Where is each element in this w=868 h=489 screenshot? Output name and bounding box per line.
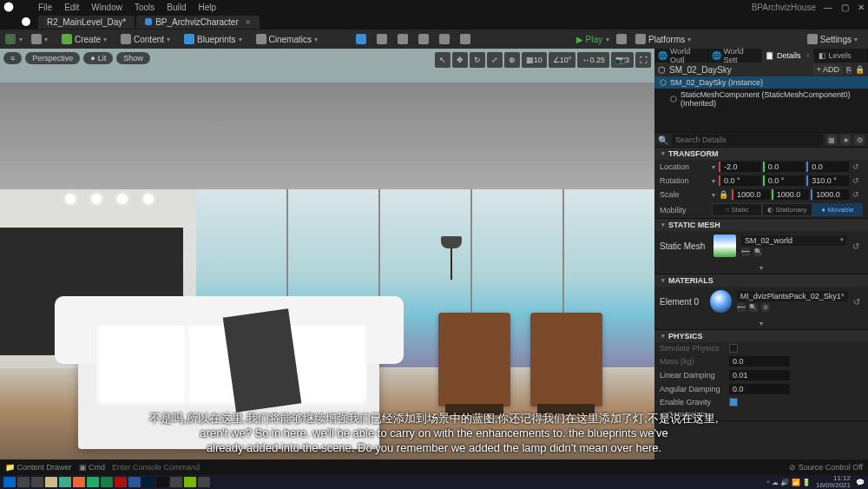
grid-snap[interactable]: ▦ 10 (522, 52, 547, 68)
search-icon[interactable] (17, 477, 30, 487)
browse-icon[interactable]: 🔍 (753, 248, 762, 256)
tab-blueprint[interactable]: BP_ArchvizCharacter× (136, 16, 259, 29)
rotation-z[interactable]: 310.0 ° (806, 175, 849, 186)
viewport-show[interactable]: Show (116, 52, 150, 64)
scale-y[interactable]: 1000.0 (772, 189, 810, 200)
grid-view-icon[interactable]: ▦ (826, 135, 837, 145)
tray-icons[interactable]: ^ ☁ 🔊 📶 🔋 (766, 479, 811, 486)
use-icon[interactable]: ⟵ (741, 248, 750, 256)
landscape-icon[interactable] (377, 34, 387, 44)
component-static-mesh[interactable]: ⬡StaticMeshComponent (StaticMeshComponen… (654, 89, 868, 109)
reset-icon[interactable]: ↺ (852, 176, 863, 185)
audio-icon[interactable] (356, 34, 366, 44)
notifications-icon[interactable]: 💬 (856, 479, 865, 486)
viewport-perspective[interactable]: Perspective (25, 52, 80, 64)
minimize-icon[interactable]: — (824, 3, 832, 12)
adobe-icon[interactable] (115, 477, 127, 487)
excel-icon[interactable] (101, 477, 113, 487)
rotation-x[interactable]: 0.0 ° (719, 175, 761, 186)
ue-icon[interactable] (156, 477, 168, 487)
expand-icon[interactable]: ▾ (760, 320, 763, 327)
taskview-icon[interactable] (31, 477, 43, 487)
settings-button[interactable]: Settings▾ (802, 32, 863, 46)
play-options-icon[interactable] (616, 34, 627, 44)
angle-snap[interactable]: ∠ 10° (549, 52, 576, 68)
location-y[interactable]: 0.0 (763, 162, 806, 172)
viewport[interactable]: ≡ Perspective ● Lit Show ↖ ✥ ↻ ⤢ ⊕ ▦ 10 … (0, 49, 654, 474)
menu-edit[interactable]: Edit (64, 3, 79, 12)
tab-level[interactable]: R2_MainLevel_Day* (38, 16, 135, 29)
close-icon[interactable]: × (806, 51, 810, 60)
location-x[interactable]: -2.0 (719, 162, 761, 172)
foliage-icon[interactable] (398, 34, 408, 44)
viewport-options[interactable]: ≡ (3, 52, 22, 64)
ps-icon[interactable] (142, 477, 155, 487)
section-static-mesh[interactable]: STATIC MESH (654, 219, 868, 231)
browse-icon[interactable]: ⎘ (846, 65, 852, 75)
browse-icon[interactable]: 🔍 (749, 303, 758, 312)
menu-tools[interactable]: Tools (135, 3, 155, 12)
move-icon[interactable]: ✥ (452, 52, 468, 68)
scale-z[interactable]: 1000.0 (811, 189, 849, 200)
menu-help[interactable]: Help (199, 3, 217, 12)
select-icon[interactable]: ↖ (435, 52, 450, 68)
source-control[interactable]: ⊘ Source Control Off (789, 463, 863, 472)
chrome-icon[interactable] (59, 477, 71, 487)
reset-icon[interactable]: ↺ (853, 297, 863, 307)
mesh-icon[interactable] (439, 34, 450, 44)
mesh-thumbnail[interactable] (713, 235, 736, 257)
favorite-icon[interactable]: ★ (840, 135, 851, 145)
scale-x[interactable]: 1000.0 (732, 189, 770, 200)
rotate-icon[interactable]: ↻ (470, 52, 485, 68)
mobility-stationary[interactable]: ◐ Stationary (762, 203, 812, 216)
simulate-checkbox[interactable] (729, 344, 738, 353)
location-z[interactable]: 0.0 (806, 162, 849, 172)
lock-icon[interactable]: 🔒 (855, 65, 865, 74)
close-icon[interactable]: × (246, 17, 251, 27)
component-instance[interactable]: ⬡SM_02_DaySky (Instance) (654, 76, 868, 89)
scale-snap[interactable]: ↔ 0.25 (577, 52, 609, 68)
app-icon[interactable] (87, 477, 99, 487)
nvidia-icon[interactable] (184, 477, 196, 487)
cinematics-button[interactable]: Cinematics▾ (251, 32, 323, 46)
blueprints-button[interactable]: Blueprints▾ (179, 32, 247, 46)
reset-icon[interactable]: ↺ (852, 241, 863, 251)
reset-icon[interactable]: ↺ (852, 162, 863, 171)
menu-window[interactable]: Window (91, 3, 122, 12)
add-button[interactable]: + ADD (813, 64, 843, 75)
angular-damping-field[interactable]: 0.0 (729, 384, 790, 394)
maximize-icon[interactable]: ▢ (841, 3, 849, 12)
lock-icon[interactable]: 🔒 (719, 190, 728, 199)
play-button[interactable]: ▶ Play (576, 35, 602, 44)
close-icon[interactable]: ✕ (858, 3, 865, 12)
rotation-y[interactable]: 0.0 ° (763, 175, 806, 186)
maximize-viewport-icon[interactable]: ⛶ (635, 52, 651, 68)
brush-icon[interactable] (418, 34, 429, 44)
firefox-icon[interactable] (73, 477, 85, 487)
word-icon[interactable] (128, 477, 141, 487)
tab-details[interactable]: 📋 Details× (761, 49, 815, 63)
viewport-lit[interactable]: ● Lit (83, 52, 113, 64)
console-input[interactable]: Enter Console Command (112, 463, 200, 472)
mobility-static[interactable]: ○ Static (712, 203, 762, 216)
fx-icon[interactable] (460, 34, 470, 44)
content-drawer-button[interactable]: 📁 Content Drawer (5, 463, 72, 472)
material-thumbnail[interactable] (710, 290, 731, 313)
cmd-button[interactable]: ▣ Cmd (79, 463, 106, 472)
modes-button[interactable]: ▾ (26, 32, 53, 46)
mass-field[interactable]: 0.0 (729, 356, 790, 367)
save-icon[interactable] (5, 34, 16, 44)
use-icon[interactable]: ⟵ (737, 303, 746, 312)
platforms-button[interactable]: Platforms▾ (630, 32, 696, 46)
static-mesh-dropdown[interactable]: SM_02_world (741, 235, 847, 246)
gravity-checkbox[interactable] (729, 398, 738, 406)
scale-icon[interactable]: ⤢ (487, 52, 503, 68)
explorer-icon[interactable] (45, 477, 57, 487)
app2-icon[interactable] (170, 477, 182, 487)
camera-speed[interactable]: 📷 3 (611, 52, 634, 68)
section-physics[interactable]: PHYSICS (654, 330, 868, 342)
coord-icon[interactable]: ⊕ (504, 52, 520, 68)
mobility-movable[interactable]: ● Movable (812, 203, 863, 216)
tab-world-settings[interactable]: 🌐 World Sett (708, 49, 762, 63)
linear-damping-field[interactable]: 0.01 (729, 370, 790, 380)
